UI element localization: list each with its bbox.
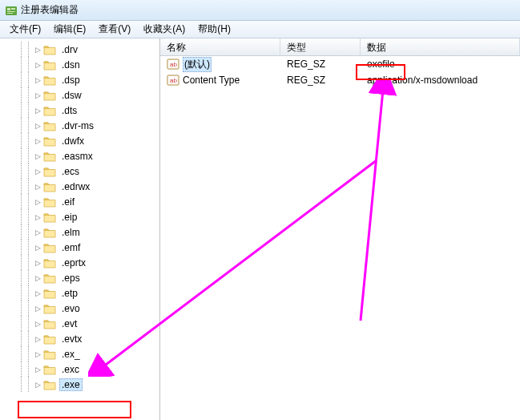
tree-item[interactable]: ▷.eprtx xyxy=(2,255,159,270)
list-pane[interactable]: 名称 类型 数据 ab(默认)REG_SZexefileabContent Ty… xyxy=(160,38,520,420)
value-name-label: Content Type xyxy=(183,75,240,86)
expand-icon[interactable]: ▷ xyxy=(34,274,42,282)
tree-item[interactable]: ▷.etp xyxy=(2,285,159,301)
tree-item-label: .exc xyxy=(59,364,82,375)
tree-item-label: .dwfx xyxy=(59,135,87,147)
content-area: ▷.drv▷.dsn▷.dsp▷.dsw▷.dts▷.dvr-ms▷.dwfx▷… xyxy=(0,38,520,420)
folder-icon xyxy=(43,257,56,269)
cell-data: application/x-msdownload xyxy=(361,75,520,86)
tree-item[interactable]: ▷.easmx xyxy=(2,148,159,164)
tree-item-label: .ex_ xyxy=(59,349,83,360)
tree-item-label: .emf xyxy=(59,242,83,253)
tree-item-label: .eif xyxy=(59,196,77,208)
expand-icon[interactable]: ▷ xyxy=(34,168,42,176)
expand-icon[interactable]: ▷ xyxy=(34,228,42,236)
tree-item[interactable]: ▷.ecs xyxy=(2,164,159,179)
svg-rect-0 xyxy=(6,6,17,15)
folder-icon xyxy=(43,212,56,223)
tree-item[interactable]: ▷.dvr-ms xyxy=(2,118,159,133)
folder-icon xyxy=(43,120,56,131)
tree-item[interactable]: ▷.emf xyxy=(2,240,159,255)
tree-item[interactable]: ▷.evo xyxy=(2,301,159,316)
folder-icon xyxy=(43,349,56,360)
tree-item[interactable]: ▷.ex_ xyxy=(2,346,159,361)
menu-help[interactable]: 帮助(H) xyxy=(191,21,237,38)
expand-icon[interactable]: ▷ xyxy=(34,259,42,267)
expand-icon[interactable]: ▷ xyxy=(34,289,42,297)
tree-item[interactable]: ▷.eif xyxy=(2,194,159,209)
tree-item[interactable]: ▷.evt xyxy=(2,316,159,331)
folder-icon xyxy=(43,44,56,55)
tree-item[interactable]: ▷.evtx xyxy=(2,331,159,346)
menu-favorites[interactable]: 收藏夹(A) xyxy=(137,21,191,38)
tree-item-label: .dsn xyxy=(59,59,83,71)
menu-edit[interactable]: 编辑(E) xyxy=(47,21,92,38)
column-data[interactable]: 数据 xyxy=(361,38,520,55)
svg-rect-2 xyxy=(11,8,15,10)
svg-text:ab: ab xyxy=(170,61,177,68)
cell-type: REG_SZ xyxy=(280,59,361,70)
tree-item[interactable]: ▷.dsn xyxy=(2,57,159,72)
expand-icon[interactable]: ▷ xyxy=(34,365,42,374)
window-title: 注册表编辑器 xyxy=(21,3,79,17)
tree-item[interactable]: ▷.dwfx xyxy=(2,133,159,148)
expand-icon[interactable]: ▷ xyxy=(34,213,42,221)
tree-item-label: .evtx xyxy=(59,333,84,345)
expand-icon[interactable]: ▷ xyxy=(34,320,42,328)
tree-item-label: .dvr-ms xyxy=(59,120,96,131)
column-type[interactable]: 类型 xyxy=(280,38,361,55)
expand-icon[interactable]: ▷ xyxy=(34,244,42,252)
expand-icon[interactable]: ▷ xyxy=(34,122,42,130)
folder-icon xyxy=(43,273,56,284)
column-name[interactable]: 名称 xyxy=(160,38,280,55)
expand-icon[interactable]: ▷ xyxy=(34,76,42,84)
folder-icon xyxy=(43,333,56,345)
folder-icon xyxy=(43,90,56,101)
tree-item[interactable]: ▷.elm xyxy=(2,224,159,240)
expand-icon[interactable]: ▷ xyxy=(34,305,42,313)
tree-item-label: .easmx xyxy=(59,151,95,162)
expand-icon[interactable]: ▷ xyxy=(34,152,42,160)
expand-icon[interactable]: ▷ xyxy=(34,61,42,69)
expand-icon[interactable]: ▷ xyxy=(34,381,42,389)
tree-item[interactable]: ▷.dsp xyxy=(2,72,159,87)
list-row[interactable]: ab(默认)REG_SZexefile xyxy=(160,56,520,72)
expand-icon[interactable]: ▷ xyxy=(34,107,42,115)
svg-rect-1 xyxy=(7,8,10,10)
tree-item[interactable]: ▷.eip xyxy=(2,209,159,224)
string-value-icon: ab xyxy=(167,74,179,87)
folder-icon xyxy=(43,303,56,314)
tree-item-label: .elm xyxy=(59,227,83,238)
menu-file[interactable]: 文件(F) xyxy=(3,21,47,38)
folder-icon xyxy=(43,181,56,192)
menu-view[interactable]: 查看(V) xyxy=(92,21,137,38)
tree-item[interactable]: ▷.exe xyxy=(2,377,159,392)
list-header: 名称 类型 数据 xyxy=(160,38,520,56)
tree-item[interactable]: ▷.edrwx xyxy=(2,179,159,194)
tree-item-label: .exe xyxy=(59,378,83,391)
cell-name: ab(默认) xyxy=(160,57,280,72)
tree-item[interactable]: ▷.dts xyxy=(2,103,159,118)
expand-icon[interactable]: ▷ xyxy=(34,350,42,358)
expand-icon[interactable]: ▷ xyxy=(34,91,42,99)
folder-icon xyxy=(43,379,56,390)
folder-icon xyxy=(43,318,56,329)
tree-pane[interactable]: ▷.drv▷.dsn▷.dsp▷.dsw▷.dts▷.dvr-ms▷.dwfx▷… xyxy=(0,38,160,420)
tree-item-label: .etp xyxy=(59,288,80,299)
tree-item[interactable]: ▷.eps xyxy=(2,270,159,285)
folder-icon xyxy=(43,151,56,162)
expand-icon[interactable]: ▷ xyxy=(34,198,42,206)
expand-icon[interactable]: ▷ xyxy=(34,335,42,343)
expand-icon[interactable]: ▷ xyxy=(34,183,42,191)
list-row[interactable]: abContent TypeREG_SZapplication/x-msdown… xyxy=(160,72,520,88)
folder-icon xyxy=(43,364,56,375)
expand-icon[interactable]: ▷ xyxy=(34,46,42,54)
cell-name: abContent Type xyxy=(160,74,280,87)
tree-item[interactable]: ▷.drv xyxy=(2,42,159,57)
expand-icon[interactable]: ▷ xyxy=(34,137,42,145)
tree-item-label: .eip xyxy=(59,212,79,223)
tree-item[interactable]: ▷.exc xyxy=(2,361,159,377)
tree-item[interactable]: ▷.dsw xyxy=(2,87,159,103)
folder-icon xyxy=(43,75,56,86)
tree-item-label: .dts xyxy=(59,105,79,116)
